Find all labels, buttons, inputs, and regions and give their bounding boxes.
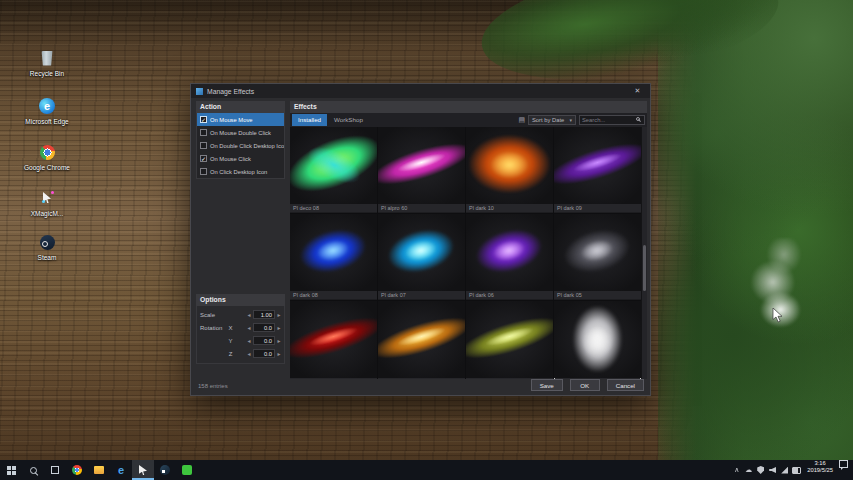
scale-label: Scale <box>200 312 227 318</box>
action-panel: Action ✓On Mouse MoveOn Mouse Double Cli… <box>196 101 285 179</box>
effect-thumbnail <box>290 127 377 204</box>
action-item-label: On Double Click Desktop Icon <box>210 143 284 149</box>
sort-dropdown[interactable]: Sort by Date ▾ <box>528 115 576 125</box>
taskbar-app-chrome[interactable] <box>66 460 88 480</box>
action-item-on-mouse-double-click[interactable]: On Mouse Double Click <box>197 126 284 139</box>
rotation-stepper-x: ◄0.0► <box>246 323 282 332</box>
scale-decrement-button[interactable]: ◄ <box>246 312 252 318</box>
rotation-z-decrement-button[interactable]: ◄ <box>246 351 252 357</box>
save-button[interactable]: Save <box>531 379 563 391</box>
rotation-x-increment-button[interactable]: ► <box>276 325 282 331</box>
taskbar-app-green-app[interactable] <box>176 460 198 480</box>
effect-item-unlabeled-10[interactable] <box>378 301 465 379</box>
effect-item-pl-dark-05[interactable]: Pl dark 05 <box>554 214 641 300</box>
action-item-on-click-desktop-icon[interactable]: On Click Desktop Icon <box>197 165 284 178</box>
task-view-button[interactable] <box>44 460 66 480</box>
action-item-on-double-click-desktop-icon[interactable]: On Double Click Desktop Icon <box>197 139 284 152</box>
edge-icon: e <box>118 465 124 475</box>
battery-icon[interactable] <box>792 465 801 475</box>
desktop-icon-google-chrome[interactable]: Google Chrome <box>18 142 76 171</box>
taskbar-app-explorer[interactable] <box>88 460 110 480</box>
rotation-z-increment-button[interactable]: ► <box>276 351 282 357</box>
taskbar-app-xmagic[interactable] <box>132 460 154 480</box>
effect-item-unlabeled-9[interactable] <box>290 301 377 379</box>
taskbar-app-edge[interactable]: e <box>110 460 132 480</box>
taskbar-clock[interactable]: 3:16 2019/5/25 <box>803 460 837 480</box>
action-item-label: On Click Desktop Icon <box>210 169 267 175</box>
action-item-on-mouse-click[interactable]: ✓On Mouse Click <box>197 152 284 165</box>
cloud-icon[interactable]: ☁ <box>744 465 753 475</box>
tab-installed[interactable]: Installed <box>292 114 327 126</box>
effect-label: Pl dark 05 <box>554 291 641 299</box>
effect-item-pl-dark-06[interactable]: Pl dark 06 <box>466 214 553 300</box>
effect-label: Pl deco 08 <box>290 204 377 212</box>
chevron-icon[interactable]: ∧ <box>732 465 741 475</box>
rotation-y-increment-button[interactable]: ► <box>276 338 282 344</box>
recycle-bin-icon <box>41 51 54 66</box>
desktop-icon-recycle-bin[interactable]: Recycle Bin <box>18 48 76 77</box>
effect-item-pl-dark-07[interactable]: Pl dark 07 <box>378 214 465 300</box>
rotation-y-decrement-button[interactable]: ◄ <box>246 338 252 344</box>
action-item-label: On Mouse Click <box>210 156 251 162</box>
close-button[interactable]: ✕ <box>630 87 645 95</box>
desktop-icon-steam[interactable]: Steam <box>18 232 76 261</box>
cancel-button[interactable]: Cancel <box>607 379 644 391</box>
action-list: ✓On Mouse MoveOn Mouse Double ClickOn Do… <box>196 113 285 179</box>
effect-item-pl-dark-10[interactable]: Pl dark 10 <box>466 127 553 213</box>
scale-increment-button[interactable]: ► <box>276 312 282 318</box>
effects-scrollbar[interactable] <box>642 127 647 379</box>
effect-item-pl-deco-08[interactable]: Pl deco 08 <box>290 127 377 213</box>
steam-icon <box>40 235 55 250</box>
windows-logo-icon <box>7 466 16 475</box>
rotation-y-value[interactable]: 0.0 <box>253 336 275 345</box>
filter-icon[interactable]: ▤ <box>518 115 525 125</box>
action-center-icon[interactable] <box>839 460 848 468</box>
ok-button[interactable]: OK <box>570 379 600 391</box>
checkbox-on-click-desktop-icon[interactable] <box>200 168 207 175</box>
rotation-x-value[interactable]: 0.0 <box>253 323 275 332</box>
desktop-icon-label: Steam <box>38 254 57 261</box>
clock-time: 3:16 <box>807 460 833 467</box>
mouse-cursor <box>772 308 783 323</box>
effect-thumbnail <box>290 214 377 291</box>
checkbox-on-mouse-move[interactable]: ✓ <box>200 116 207 123</box>
rotation-z-value[interactable]: 0.0 <box>253 349 275 358</box>
tab-workshop[interactable]: WorkShop <box>328 114 369 126</box>
effect-item-unlabeled-12[interactable] <box>554 301 641 379</box>
window-titlebar[interactable]: Manage Effects ✕ <box>191 84 650 98</box>
network-icon[interactable] <box>780 465 789 475</box>
start-button[interactable] <box>0 460 22 480</box>
taskbar-app-steam[interactable] <box>154 460 176 480</box>
search-icon <box>30 467 37 474</box>
desktop-icon-microsoft-edge[interactable]: Microsoft Edge <box>18 96 76 125</box>
effect-thumbnail <box>554 214 641 291</box>
scale-value[interactable]: 1.00 <box>253 310 275 319</box>
explorer-icon <box>94 466 104 474</box>
taskbar-search-button[interactable] <box>22 460 44 480</box>
search-box[interactable] <box>579 115 645 125</box>
volume-icon[interactable] <box>768 465 777 475</box>
effect-label <box>290 378 377 379</box>
search-input[interactable] <box>582 117 635 123</box>
axis-label-x: X <box>227 325 234 331</box>
rotation-x-decrement-button[interactable]: ◄ <box>246 325 252 331</box>
effects-panel-header: Effects <box>290 101 647 113</box>
effect-item-pl-dark-09[interactable]: Pl dark 09 <box>554 127 641 213</box>
tray-icons: ∧☁ <box>732 460 803 480</box>
shield-icon[interactable] <box>756 465 765 475</box>
action-item-on-mouse-move[interactable]: ✓On Mouse Move <box>197 113 284 126</box>
effect-label: Pl dark 10 <box>466 204 553 212</box>
scrollbar-thumb[interactable] <box>643 245 646 291</box>
taskbar-apps: e <box>66 460 198 480</box>
checkbox-on-mouse-double-click[interactable] <box>200 129 207 136</box>
checkbox-on-mouse-click[interactable]: ✓ <box>200 155 207 162</box>
desktop-icon-xmagic-mouse[interactable]: XMagicM... <box>18 188 76 217</box>
effect-item-pl-dark-08[interactable]: Pl dark 08 <box>290 214 377 300</box>
scale-row: Scale ◄ 1.00 ► <box>200 308 282 321</box>
effect-item-unlabeled-11[interactable] <box>466 301 553 379</box>
checkbox-on-double-click-desktop-icon[interactable] <box>200 142 207 149</box>
rotation-label: Rotation <box>200 325 227 331</box>
effect-item-pl-alpro-60[interactable]: Pl alpro 60 <box>378 127 465 213</box>
effects-grid: Pl deco 08Pl alpro 60Pl dark 10Pl dark 0… <box>290 127 641 379</box>
options-panel: Options Scale ◄ 1.00 ► RotationX◄0.0►Y◄0… <box>196 294 285 364</box>
